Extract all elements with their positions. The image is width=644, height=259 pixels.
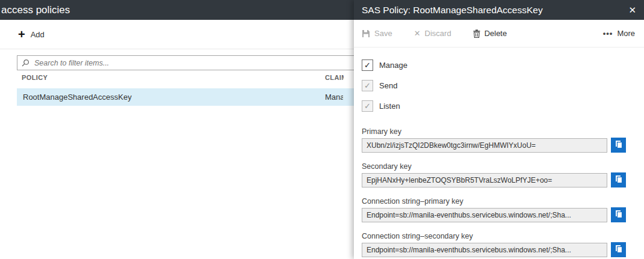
policy-claims-cell: Manage [325,93,343,102]
manage-checkbox-label: Manage [379,61,407,70]
connection-string-secondary-field: Connection string–secondary key [362,232,626,257]
more-button[interactable]: ••• More [603,29,635,38]
permission-row-send[interactable]: ✓ Send [362,80,626,91]
connection-string-primary-input[interactable] [362,208,607,222]
more-button-label: More [617,29,635,38]
key-fields: Primary key [362,127,626,257]
left-toolbar: + Add [0,20,354,49]
delete-button[interactable]: Delete [473,29,507,38]
primary-key-field: Primary key [362,127,626,153]
copy-connection-string-primary-button[interactable] [611,207,626,222]
plus-icon: + [18,28,25,40]
send-checkbox-label: Send [379,81,397,90]
copy-secondary-key-button[interactable] [611,172,626,187]
blade-title: SAS Policy: RootManageSharedAccessKey [362,5,628,16]
check-icon: ✓ [364,102,371,110]
primary-key-label: Primary key [362,127,626,136]
policy-name-cell: RootManageSharedAccessKey [23,93,132,102]
right-blade-header: SAS Policy: RootManageSharedAccessKey ✕ [354,0,644,20]
connection-string-secondary-label: Connection string–secondary key [362,232,626,240]
command-bar: Save ✕ Discard Delete [354,20,644,47]
delete-button-label: Delete [485,29,507,38]
discard-button-label: Discard [425,29,451,38]
search-box [17,55,373,70]
add-button[interactable]: + Add [18,28,45,40]
secondary-key-input[interactable] [362,173,607,187]
add-button-label: Add [31,30,45,39]
column-header-policy: POLICY [22,74,48,81]
close-icon[interactable]: ✕ [628,5,636,14]
secondary-key-field: Secondary key [362,162,626,187]
copy-icon [615,210,623,220]
send-checkbox: ✓ [362,80,373,91]
copy-primary-key-button[interactable] [611,138,626,153]
search-icon [22,59,29,67]
listen-checkbox-label: Listen [379,102,400,111]
discard-button[interactable]: ✕ Discard [414,29,451,38]
copy-icon [615,175,623,185]
copy-icon [615,245,623,255]
save-button[interactable]: Save [362,29,392,38]
check-icon: ✓ [364,61,371,69]
connection-string-secondary-input[interactable] [362,243,607,257]
left-blade-title: access policies [0,4,70,16]
policy-table-row[interactable]: RootManageSharedAccessKey Manage [17,88,378,106]
primary-key-input[interactable] [362,138,607,153]
secondary-key-label: Secondary key [362,162,626,171]
connection-string-primary-field: Connection string–primary key [362,197,626,222]
sas-policy-blade: SAS Policy: RootManageSharedAccessKey ✕ … [354,0,644,259]
permission-row-listen[interactable]: ✓ Listen [362,100,626,112]
listen-checkbox: ✓ [362,100,373,112]
manage-checkbox[interactable]: ✓ [362,59,373,71]
connection-string-primary-label: Connection string–primary key [362,197,626,206]
column-header-claims: CLAIMS [325,74,344,81]
save-button-label: Save [374,29,392,38]
copy-connection-string-secondary-button[interactable] [611,242,626,257]
permission-row-manage[interactable]: ✓ Manage [362,59,626,71]
blade-content: ✓ Manage ✓ Send ✓ Listen Primary key [354,47,644,257]
search-input[interactable] [33,58,368,68]
azure-portal-screen: access policies + Add POLICY CLAIMS Root… [0,0,644,259]
trash-icon [473,29,480,38]
check-icon: ✓ [364,82,371,90]
discard-icon: ✕ [414,29,421,37]
save-icon [362,29,370,38]
more-dots-icon: ••• [603,29,613,38]
copy-icon [615,140,623,150]
